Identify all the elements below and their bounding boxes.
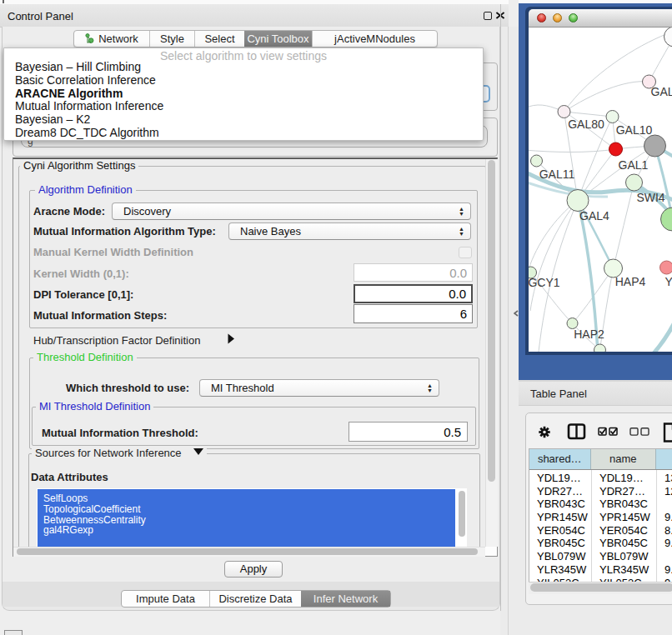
svg-text:GAL4: GAL4 [579,209,609,222]
svg-text:HAP4: HAP4 [614,275,645,288]
svg-text:SWI4: SWI4 [636,191,664,204]
svg-text:HAP2: HAP2 [574,328,604,341]
svg-text:GAL10: GAL10 [615,123,652,137]
svg-text:GAL11: GAL11 [539,168,574,181]
svg-text:GAL1: GAL1 [618,158,648,172]
svg-text:Y: Y [664,275,672,288]
svg-text:GAL7: GAL7 [650,85,672,98]
svg-text:GAL80: GAL80 [568,118,604,131]
svg-text:GCY1: GCY1 [529,276,560,289]
